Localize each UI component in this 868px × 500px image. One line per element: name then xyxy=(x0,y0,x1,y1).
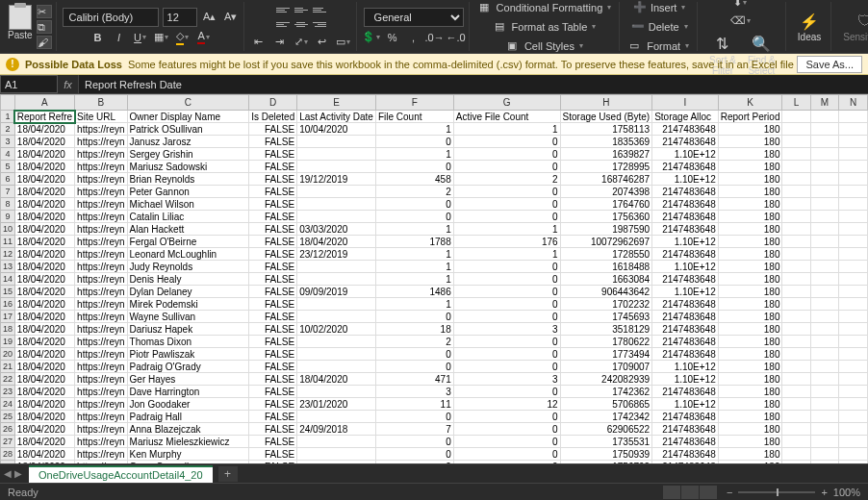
row-header[interactable]: 20 xyxy=(1,348,15,361)
cell[interactable]: https://reyn xyxy=(75,236,127,248)
zoom-slider[interactable] xyxy=(738,491,815,493)
cell[interactable]: 471 xyxy=(375,373,453,386)
cell[interactable]: 1486 xyxy=(375,286,453,298)
cell[interactable]: FALSE xyxy=(249,223,297,236)
cell[interactable] xyxy=(810,311,839,323)
cell[interactable] xyxy=(782,423,810,436)
cell[interactable]: 0 xyxy=(375,311,453,323)
save-as-button[interactable]: Save As... xyxy=(797,56,862,73)
cell[interactable] xyxy=(839,386,868,398)
cell[interactable] xyxy=(782,211,810,223)
align-left-button[interactable] xyxy=(274,17,292,31)
cell[interactable] xyxy=(810,123,839,136)
row-header[interactable]: 14 xyxy=(1,273,15,286)
cell[interactable]: FALSE xyxy=(249,323,297,336)
cell[interactable] xyxy=(782,161,810,173)
cell[interactable]: 1.10E+12 xyxy=(652,361,719,373)
cell[interactable]: 2147483648 xyxy=(652,386,719,398)
bold-button[interactable]: B xyxy=(89,29,107,46)
cell[interactable]: 0 xyxy=(375,436,453,448)
col-header[interactable]: E xyxy=(297,95,376,111)
cell[interactable]: https://reyn xyxy=(75,348,127,361)
cell[interactable]: https://reyn xyxy=(75,436,127,448)
cell[interactable] xyxy=(839,111,868,123)
cell[interactable]: 180 xyxy=(718,161,782,173)
cell[interactable]: 3 xyxy=(453,373,560,386)
decrease-indent-button[interactable]: ⇤ xyxy=(250,33,268,50)
cell[interactable]: Leonard McLoughlin xyxy=(127,248,249,261)
cell[interactable]: FALSE xyxy=(249,423,297,436)
cell[interactable]: 18/04/2020 xyxy=(14,186,74,198)
wrap-text-button[interactable]: ↩ xyxy=(314,33,331,50)
row-header[interactable]: 12 xyxy=(1,248,15,261)
cell[interactable] xyxy=(297,261,376,273)
cell[interactable]: 18/04/2020 xyxy=(14,123,74,136)
cell[interactable]: 18/04/2020 xyxy=(14,223,74,236)
cell[interactable]: https://reyn xyxy=(75,123,127,136)
cell[interactable] xyxy=(297,311,376,323)
cell[interactable] xyxy=(782,336,810,348)
cell[interactable]: Alan Hackett xyxy=(127,223,249,236)
cell[interactable] xyxy=(839,373,868,386)
copy-button[interactable]: ⧉ xyxy=(37,20,52,34)
cell[interactable]: 18/04/2020 xyxy=(14,398,74,411)
cell[interactable]: 180 xyxy=(718,286,782,298)
cell[interactable]: https://reyn xyxy=(75,336,127,348)
cell[interactable]: File Count xyxy=(375,111,453,123)
cell[interactable] xyxy=(839,198,868,211)
cell[interactable]: FALSE xyxy=(249,161,297,173)
cell[interactable]: 1 xyxy=(453,123,560,136)
cell[interactable]: 1835369 xyxy=(560,136,652,148)
border-button[interactable]: ▦▾ xyxy=(153,29,170,46)
col-header[interactable]: G xyxy=(453,95,560,111)
row-header[interactable]: 23 xyxy=(1,386,15,398)
cell[interactable]: 03/03/2020 xyxy=(297,223,376,236)
cell[interactable] xyxy=(782,436,810,448)
cell[interactable]: FALSE xyxy=(249,286,297,298)
cell[interactable]: 0 xyxy=(453,448,560,461)
cell[interactable] xyxy=(297,273,376,286)
cell[interactable] xyxy=(782,136,810,148)
cell[interactable] xyxy=(782,148,810,161)
cell[interactable]: https://reyn xyxy=(75,261,127,273)
row-header[interactable]: 28 xyxy=(1,448,15,461)
accounting-format-button[interactable]: 💲▾ xyxy=(363,29,380,46)
row-header[interactable]: 21 xyxy=(1,361,15,373)
cell[interactable]: https://reyn xyxy=(75,273,127,286)
cell[interactable]: Fergal O'Beirne xyxy=(127,236,249,248)
cell[interactable] xyxy=(297,198,376,211)
cell[interactable]: 1.10E+12 xyxy=(652,373,719,386)
cell[interactable]: Brian Reynolds xyxy=(127,173,249,186)
cell[interactable] xyxy=(810,361,839,373)
cell[interactable]: 2147483648 xyxy=(652,423,719,436)
cell[interactable]: Dariusz Hapek xyxy=(127,323,249,336)
cell[interactable]: Site URL xyxy=(75,111,127,123)
cell[interactable]: Michael Wilson xyxy=(127,198,249,211)
cell[interactable]: 18/04/2020 xyxy=(14,248,74,261)
cell[interactable]: 1728995 xyxy=(560,161,652,173)
cell[interactable]: FALSE xyxy=(249,348,297,361)
sort-filter-button[interactable]: ⇅Sort & Filter xyxy=(703,32,742,78)
cell[interactable]: Padraig Hall xyxy=(127,411,249,423)
cell[interactable] xyxy=(297,211,376,223)
cell[interactable]: 18/04/2020 xyxy=(14,373,74,386)
cell[interactable] xyxy=(297,298,376,311)
select-all-corner[interactable] xyxy=(1,95,15,111)
cell[interactable]: FALSE xyxy=(249,436,297,448)
cell[interactable] xyxy=(297,148,376,161)
cell[interactable]: 180 xyxy=(718,136,782,148)
cell[interactable]: 0 xyxy=(453,286,560,298)
row-header[interactable]: 16 xyxy=(1,298,15,311)
cell[interactable] xyxy=(782,361,810,373)
format-as-table-button[interactable]: ▤Format as Table▾ xyxy=(491,18,600,36)
row-header[interactable]: 8 xyxy=(1,198,15,211)
underline-button[interactable]: U▾ xyxy=(132,29,149,46)
cell[interactable] xyxy=(782,298,810,311)
cell[interactable]: 18/04/2020 xyxy=(14,273,74,286)
cell[interactable]: 18/04/2020 xyxy=(14,423,74,436)
col-header[interactable]: K xyxy=(718,95,782,111)
cell[interactable]: 1987590 xyxy=(560,223,652,236)
col-header[interactable]: F xyxy=(375,95,453,111)
cell[interactable] xyxy=(839,411,868,423)
cell[interactable]: 458 xyxy=(375,173,453,186)
